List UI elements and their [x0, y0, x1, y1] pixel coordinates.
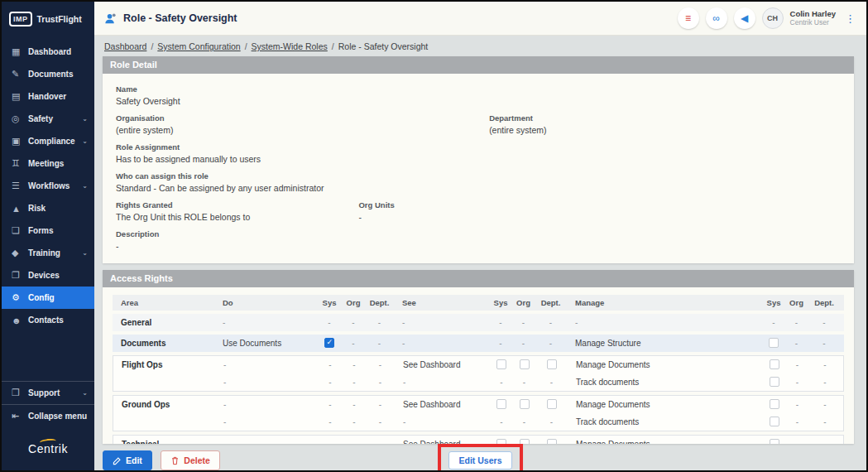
sidebar-item-label: Collapse menu [28, 412, 88, 421]
access-rights-group-technical: Technical----See DashboardManage Documen… [113, 435, 844, 444]
dashboard-icon: ▦ [12, 46, 28, 57]
table-row: --------Track documents-- [113, 413, 843, 431]
empty-dash: - [352, 360, 355, 369]
sidebar-item-collapse-menu[interactable]: ⇤Collapse menu [2, 405, 94, 427]
empty-dash: - [550, 378, 553, 387]
kebab-menu-icon[interactable]: ⋮ [842, 12, 858, 25]
link-icon[interactable]: ∞ [706, 7, 727, 29]
empty-dash: - [796, 400, 798, 409]
breadcrumb-link-system-wide-roles[interactable]: System-Wide Roles [252, 41, 328, 51]
release-notes-icon[interactable]: ≡ [678, 7, 699, 29]
permission-cell: - [215, 378, 318, 387]
empty-dash: - [549, 339, 552, 348]
sidebar-item-dashboard[interactable]: ▦Dashboard [2, 41, 94, 63]
empty-dash: - [772, 318, 774, 327]
permission-cell: - [808, 378, 842, 387]
empty-dash: - [403, 417, 405, 426]
training-icon: ◆ [12, 248, 28, 258]
permission-checkbox[interactable] [547, 399, 557, 409]
sidebar-item-workflows[interactable]: ☰Workflows⌄ [2, 175, 94, 197]
sidebar-item-meetings[interactable]: ♊Meetings [2, 152, 94, 175]
handover-icon: ▤ [12, 91, 28, 102]
permission-cell: See Dashboard [395, 360, 490, 369]
column-header-dept--8: Dept. [535, 298, 567, 307]
sidebar-item-risk[interactable]: ▲Risk [2, 197, 94, 219]
permission-cell: - [785, 339, 808, 348]
empty-dash: - [378, 318, 381, 327]
empty-dash: - [352, 318, 354, 327]
avatar[interactable]: CH [762, 7, 784, 29]
delete-button[interactable]: Delete [161, 450, 220, 470]
sidebar-item-forms[interactable]: ❏Forms [2, 219, 94, 242]
chevron-down-icon: ⌄ [82, 249, 88, 257]
access-rights-group-general: General------------ [113, 314, 844, 331]
empty-dash: - [523, 378, 525, 387]
permission-checkbox[interactable] [770, 399, 779, 409]
permission-cell: Manage Documents [568, 400, 763, 409]
risk-icon: ▲ [12, 204, 28, 214]
permission-cell: - [808, 339, 841, 348]
sidebar-item-label: Devices [28, 271, 88, 280]
highlight-annotation: Edit Users [438, 444, 524, 472]
permission-checkbox[interactable] [496, 359, 506, 369]
permission-checkbox[interactable] [324, 338, 334, 348]
megaphone-icon[interactable]: ◀ [734, 7, 755, 29]
topbar: Role - Safety Oversight ≡ ∞ ◀ CH Colin H… [94, 2, 866, 36]
empty-dash: - [402, 339, 405, 348]
permission-cell: - [808, 417, 842, 426]
permission-checkbox[interactable] [496, 399, 506, 409]
sidebar-item-devices[interactable]: ❐Devices [2, 264, 94, 287]
empty-dash: - [352, 417, 355, 426]
permission-cell: - [366, 360, 395, 369]
empty-dash: - [378, 339, 381, 348]
role-person-icon [104, 12, 117, 25]
field-organisation: Organisation(entire system) [116, 113, 489, 135]
sidebar-item-safety[interactable]: ◎Safety⌄ [2, 108, 94, 130]
permission-cell: - [214, 318, 317, 327]
sidebar-item-training[interactable]: ◆Training⌄ [2, 242, 94, 264]
permission-checkbox[interactable] [770, 377, 779, 387]
permission-checkbox[interactable] [769, 338, 779, 348]
breadcrumb-link-system-configuration[interactable]: System Configuration [157, 41, 240, 51]
field-value: The Org Unit this ROLE belongs to [116, 212, 358, 222]
permission-checkbox[interactable] [520, 399, 530, 409]
sidebar-item-support[interactable]: ❒Support⌄ [2, 382, 94, 404]
permission-cell: - [786, 360, 808, 369]
empty-dash: - [522, 318, 525, 327]
permission-cell: - [535, 339, 567, 348]
permission-cell: - [365, 339, 394, 348]
permission-cell [513, 359, 535, 369]
permission-checkbox[interactable] [770, 359, 779, 369]
permission-cell: - [567, 318, 762, 327]
sidebar-item-contacts[interactable]: ☻Contacts [2, 309, 94, 331]
sidebar-item-label: Safety [28, 114, 82, 123]
sidebar-item-config[interactable]: ⚙Config [2, 287, 94, 309]
field-value: (entire system) [116, 125, 489, 135]
edit-button[interactable]: Edit [103, 450, 152, 470]
sidebar-item-compliance[interactable]: ▣Compliance⌄ [2, 130, 94, 152]
permission-cell: Track documents [568, 417, 763, 426]
sidebar-item-handover[interactable]: ▤Handover [2, 85, 94, 108]
permission-cell [317, 338, 342, 348]
user-menu[interactable]: Colin Harley Centrik User [790, 10, 836, 27]
role-detail-row: NameSafety Oversight [116, 84, 841, 106]
field-value: - [116, 241, 841, 251]
column-header-org-3: Org [342, 298, 365, 307]
pencil-icon [113, 456, 122, 465]
table-row: --------Track documents-- [113, 373, 843, 391]
breadcrumb-link-dashboard[interactable]: Dashboard [104, 41, 146, 51]
trash-icon [170, 456, 180, 465]
sidebar-item-label: Training [28, 248, 82, 258]
field-label: Who can assign this role [116, 171, 841, 181]
access-rights-group-ground-ops: Ground Ops----See DashboardManage Docume… [113, 395, 844, 431]
safety-icon: ◎ [12, 113, 28, 124]
empty-dash: - [522, 339, 525, 348]
permission-checkbox[interactable] [520, 359, 530, 369]
sidebar-item-documents[interactable]: ✎Documents [2, 63, 94, 85]
empty-dash: - [328, 378, 331, 387]
edit-users-button[interactable]: Edit Users [448, 451, 513, 470]
field-description: Description- [116, 229, 841, 251]
field-who-can-assign-this-role: Who can assign this roleStandard - Can b… [116, 171, 841, 193]
permission-checkbox[interactable] [547, 359, 557, 369]
permission-checkbox[interactable] [770, 417, 779, 426]
